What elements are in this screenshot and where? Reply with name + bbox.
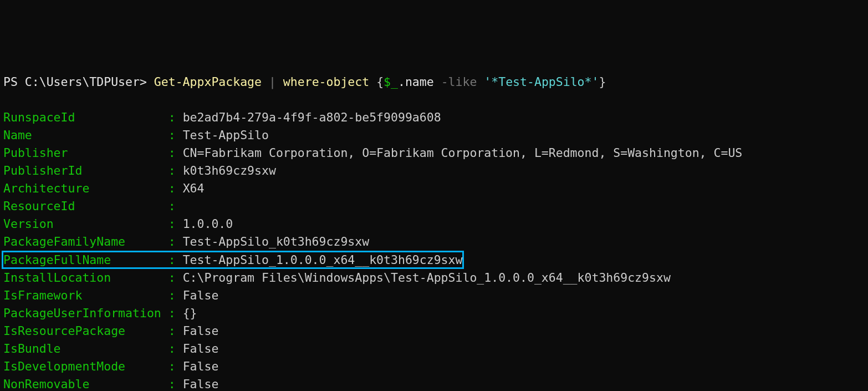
output-value: Test-AppSilo_k0t3h69cz9sxw xyxy=(183,235,370,248)
output-value: Test-AppSilo xyxy=(183,128,269,142)
output-row-publisherid: PublisherId : k0t3h69cz9sxw xyxy=(3,164,276,177)
output-colon: : xyxy=(161,235,183,248)
output-colon: : xyxy=(161,164,183,177)
output-colon: : xyxy=(161,199,183,213)
output-colon: : xyxy=(161,181,183,195)
output-row-packagefamilyname: PackageFamilyName : Test-AppSilo_k0t3h69… xyxy=(3,235,369,248)
output-row-runspaceid: RunspaceId : be2ad7b4-279a-4f9f-a802-be5… xyxy=(3,110,441,124)
output-row-isframework: IsFramework : False xyxy=(3,288,218,302)
output-colon: : xyxy=(161,324,183,338)
output-value: {} xyxy=(183,306,197,320)
output-key: Version xyxy=(3,217,161,231)
output-colon: : xyxy=(161,146,183,160)
prompt-ps: PS xyxy=(3,75,25,89)
output-key: InstallLocation xyxy=(3,271,161,285)
output-value: CN=Fabrikam Corporation, O=Fabrikam Corp… xyxy=(183,146,743,160)
output-key: NonRemovable xyxy=(3,377,161,391)
output-colon: : xyxy=(161,271,183,285)
output-colon: : xyxy=(161,306,183,320)
output-key: PackageUserInformation xyxy=(3,306,161,320)
output-key: IsDevelopmentMode xyxy=(3,359,161,373)
prompt-line: PS C:\Users\TDPUser> Get-AppxPackage | w… xyxy=(3,75,606,89)
prompt-path: C:\Users\TDPUser xyxy=(25,75,140,89)
output-value: False xyxy=(183,342,219,356)
output-row-installlocation: InstallLocation : C:\Program Files\Windo… xyxy=(3,271,671,285)
output-value: C:\Program Files\WindowsApps\Test-AppSil… xyxy=(183,271,671,285)
property-name: .name xyxy=(398,75,441,89)
output-row-architecture: Architecture : X64 xyxy=(3,181,204,195)
prompt-gt: > xyxy=(140,75,154,89)
filter-string: '*Test-AppSilo*' xyxy=(484,75,599,89)
terminal-output[interactable]: PS C:\Users\TDPUser> Get-AppxPackage | w… xyxy=(3,73,865,391)
output-key: RunspaceId xyxy=(3,110,161,124)
output-key: Publisher xyxy=(3,146,161,160)
output-key: PackageFullName xyxy=(3,253,161,267)
output-row-name: Name : Test-AppSilo xyxy=(3,128,269,142)
cmdlet-where-object: where-object xyxy=(283,75,376,89)
output-row-isresourcepackage: IsResourcePackage : False xyxy=(3,324,218,338)
output-colon: : xyxy=(161,359,183,373)
output-value: be2ad7b4-279a-4f9f-a802-be5f9099a608 xyxy=(183,110,441,124)
output-row-packageuserinformation: PackageUserInformation : {} xyxy=(3,306,197,320)
cmdlet-get-appxpackage: Get-AppxPackage xyxy=(154,75,262,89)
output-row-resourceid: ResourceId : xyxy=(3,199,183,213)
output-colon: : xyxy=(161,128,183,142)
output-value: X64 xyxy=(183,181,205,195)
output-colon: : xyxy=(161,377,183,391)
output-key: IsBundle xyxy=(3,342,161,356)
output-value: 1.0.0.0 xyxy=(183,217,233,231)
open-brace: { xyxy=(376,75,384,89)
output-value: False xyxy=(183,359,219,373)
output-colon: : xyxy=(161,110,183,124)
output-row-isdevelopmentmode: IsDevelopmentMode : False xyxy=(3,359,218,373)
output-key: IsFramework xyxy=(3,288,161,302)
output-value: False xyxy=(183,288,219,302)
output-row-isbundle: IsBundle : False xyxy=(3,342,218,356)
pipe-operator: | xyxy=(262,75,283,89)
like-operator: -like xyxy=(441,75,484,89)
output-value: k0t3h69cz9sxw xyxy=(183,164,276,177)
output-colon: : xyxy=(161,342,183,356)
output-key: ResourceId xyxy=(3,199,161,213)
close-brace: } xyxy=(599,75,606,89)
output-key: Name xyxy=(3,128,161,142)
output-row-packagefullname: PackageFullName : Test-AppSilo_1.0.0.0_x… xyxy=(2,251,464,269)
output-value: False xyxy=(183,377,219,391)
output-row-nonremovable: NonRemovable : False xyxy=(3,377,218,391)
output-key: PublisherId xyxy=(3,164,161,177)
output-value: Test-AppSilo_1.0.0.0_x64__k0t3h69cz9sxw xyxy=(183,253,463,267)
output-key: PackageFamilyName xyxy=(3,235,161,248)
pipeline-variable: $_ xyxy=(384,75,398,89)
output-colon: : xyxy=(161,288,183,302)
output-value: False xyxy=(183,324,219,338)
output-key: Architecture xyxy=(3,181,161,195)
output-row-version: Version : 1.0.0.0 xyxy=(3,217,233,231)
output-colon: : xyxy=(161,253,183,267)
output-row-publisher: Publisher : CN=Fabrikam Corporation, O=F… xyxy=(3,146,742,160)
output-key: IsResourcePackage xyxy=(3,324,161,338)
output-colon: : xyxy=(161,217,183,231)
